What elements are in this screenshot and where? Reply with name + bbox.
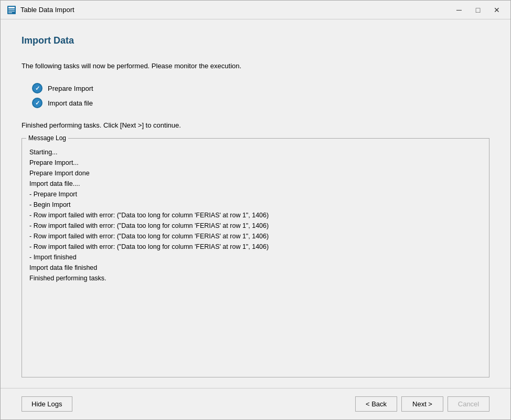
task-item-import: Import data file (32, 98, 489, 108)
window-title: Table Data Import (20, 6, 74, 14)
status-text: Finished performing tasks. Click [Next >… (22, 121, 489, 129)
tasks-list: Prepare Import Import data file (22, 83, 489, 108)
maximize-button[interactable]: □ (471, 5, 485, 15)
title-bar-left: Table Data Import (7, 5, 74, 15)
footer-left: Hide Logs (22, 396, 72, 412)
description-text: The following tasks will now be performe… (22, 62, 489, 70)
main-content: Import Data The following tasks will now… (1, 19, 510, 388)
svg-rect-1 (8, 7, 15, 8)
page-title: Import Data (22, 35, 489, 46)
footer: Hide Logs < Back Next > Cancel (1, 388, 510, 419)
log-legend: Message Log (26, 134, 68, 142)
svg-rect-3 (8, 10, 15, 12)
app-icon (7, 5, 16, 15)
main-window: Table Data Import ─ □ ✕ Import Data The … (0, 0, 511, 420)
hide-logs-button[interactable]: Hide Logs (22, 396, 72, 412)
next-button[interactable]: Next > (401, 396, 443, 412)
cancel-button[interactable]: Cancel (448, 396, 489, 412)
title-bar-controls: ─ □ ✕ (452, 5, 504, 15)
close-button[interactable]: ✕ (489, 5, 504, 15)
task-label-prepare: Prepare Import (48, 85, 93, 92)
svg-rect-2 (8, 9, 15, 10)
task-check-import (32, 98, 42, 108)
minimize-button[interactable]: ─ (452, 5, 466, 15)
title-bar: Table Data Import ─ □ ✕ (1, 1, 510, 19)
footer-right: < Back Next > Cancel (355, 396, 489, 412)
back-button[interactable]: < Back (355, 396, 397, 412)
log-content[interactable]: Starting...Prepare Import...Prepare Impo… (22, 142, 489, 377)
log-fieldset: Message Log Starting...Prepare Import...… (22, 134, 489, 377)
task-label-import: Import data file (48, 99, 93, 107)
task-check-prepare (32, 83, 42, 93)
task-item-prepare: Prepare Import (32, 83, 489, 93)
svg-rect-4 (8, 12, 12, 13)
